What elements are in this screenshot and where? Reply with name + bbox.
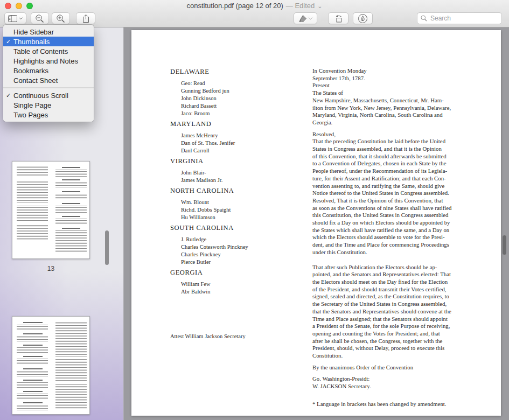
title-chevron-down-icon[interactable]: ⌄ xyxy=(317,3,322,9)
titlebar: constitution.pdf (page 12 of 20) — Edite… xyxy=(0,0,509,11)
zoom-in-icon xyxy=(56,14,66,23)
window-title: constitution.pdf (page 12 of 20) xyxy=(187,2,283,10)
thumbnail-heading xyxy=(23,322,43,323)
menu-item-label: Contact Sheet xyxy=(13,76,58,85)
share-icon xyxy=(82,14,90,23)
rotate-left-icon xyxy=(334,15,343,23)
menu-item-label: Two Pages xyxy=(13,111,48,119)
thumbnail-text-lines xyxy=(17,405,48,410)
signer-names: Wm. Blount Richd. Dobbs Spaight Hu Willi… xyxy=(170,199,305,221)
thumbnail-heading xyxy=(23,368,43,369)
thumbnail-text-lines xyxy=(17,206,48,222)
state-signers-block: VIRGINIA John Blair- James Madison Jr. xyxy=(170,157,305,184)
menu-item-label: Continuous Scroll xyxy=(13,92,68,100)
menu-item[interactable]: ✓ Continuous Scroll xyxy=(3,90,94,100)
menu-item[interactable]: Single Page xyxy=(3,100,94,110)
thumbnail-heading xyxy=(62,179,80,180)
paragraph: * Language in brackets has been changed … xyxy=(312,401,490,408)
menu-item[interactable]: Bookmarks xyxy=(3,66,94,75)
signers-column: DELAWARE Geo: Read Gunning Bedford jun J… xyxy=(170,68,305,298)
thumbnail-text-lines xyxy=(17,382,48,388)
thumbnail-text-lines xyxy=(55,219,87,225)
thumbnail-heading xyxy=(23,380,43,381)
edited-label: — Edited xyxy=(286,2,315,10)
chevron-down-icon xyxy=(309,17,312,20)
state-signers-block: MARYLAND James McHenry Dan of St. Thos. … xyxy=(170,120,305,155)
checkmark-icon: ✓ xyxy=(6,38,13,45)
paragraph: In Convention Monday September 17th, 178… xyxy=(312,67,490,127)
sidebar-view-button[interactable] xyxy=(4,12,26,24)
zoom-out-button[interactable] xyxy=(31,12,49,24)
thumbnail-text-lines xyxy=(55,182,87,188)
page-thumbnail[interactable] xyxy=(12,316,90,415)
signer-names: James McHenry Dan of St. Thos. Jenifer D… xyxy=(170,132,305,155)
share-button[interactable] xyxy=(76,12,95,24)
signer-names: John Blair- James Madison Jr. xyxy=(170,169,305,184)
paragraph: Resolved, That the preceding Constitutio… xyxy=(312,131,490,256)
thumbnail-heading xyxy=(62,228,80,229)
state-signers-block: NORTH CAROLINA Wm. Blount Richd. Dobbs S… xyxy=(170,187,305,221)
signer-names: William Few Abr Baldwin xyxy=(170,281,305,296)
search-input[interactable] xyxy=(417,12,502,24)
zoom-in-button[interactable] xyxy=(52,12,70,24)
menu-item-label: Hide Sidebar xyxy=(13,28,54,36)
thumbnail-text-lines xyxy=(17,371,48,376)
thumbnail-text-lines xyxy=(55,359,87,382)
attest-line: Attest William Jackson Secretary xyxy=(170,333,305,339)
thumbnail-heading xyxy=(62,167,80,168)
zoom-out-icon xyxy=(35,14,45,23)
thumbnail-text-lines xyxy=(55,322,87,356)
signer-names: J. Rutledge Charles Cotesworth Pinckney … xyxy=(170,236,305,266)
search-icon xyxy=(421,15,427,22)
thumbnail-heading xyxy=(23,391,43,392)
thumbnail-text-lines xyxy=(17,394,48,399)
preview-window: constitution.pdf (page 12 of 20) — Edite… xyxy=(0,0,509,420)
state-heading: NORTH CAROLINA xyxy=(170,187,305,195)
state-signers-block: GEORGIA William Few Abr Baldwin xyxy=(170,269,305,296)
state-signers-block: DELAWARE Geo: Read Gunning Bedford jun J… xyxy=(170,68,305,117)
content-scrollbar[interactable] xyxy=(503,235,506,255)
thumbnail-text-lines xyxy=(17,166,48,177)
menu-item-label: Highlights and Notes xyxy=(13,57,78,65)
menu-item[interactable]: Contact Sheet xyxy=(3,75,94,85)
checkmark-icon: ✓ xyxy=(6,92,13,99)
thumbnail-heading xyxy=(23,356,43,357)
attest-line-wrap: Attest William Jackson Secretary xyxy=(170,333,305,339)
menu-item[interactable]: ✓ Thumbnails xyxy=(3,37,94,46)
highlight-button[interactable] xyxy=(294,12,317,24)
menu-item-label: Thumbnails xyxy=(13,38,50,46)
state-heading: SOUTH CAROLINA xyxy=(170,224,305,232)
thumbnail-text-lines xyxy=(17,359,48,365)
markup-toolbar-button[interactable] xyxy=(353,12,373,24)
sidebar-scrollbar[interactable] xyxy=(105,230,109,265)
menu-separator xyxy=(3,87,94,88)
menu-item[interactable]: Highlights and Notes xyxy=(3,56,94,66)
thumbnail-text-lines xyxy=(17,181,48,202)
menu-item[interactable]: Hide Sidebar xyxy=(3,27,94,37)
menu-item-label: Bookmarks xyxy=(13,67,48,75)
menu-item[interactable]: Two Pages xyxy=(3,110,94,120)
paragraph: Go. Washington-Presidt: W. JACKSON Secre… xyxy=(312,375,490,390)
state-heading: DELAWARE xyxy=(170,68,305,76)
thumbnail-text-lines xyxy=(17,225,48,240)
search-field xyxy=(417,12,502,24)
paragraph: That after such Publication the Electors… xyxy=(312,264,490,360)
thumbnail-text-lines xyxy=(55,384,87,410)
thumbnail-heading xyxy=(62,203,80,204)
page-thumbnail[interactable] xyxy=(12,161,90,259)
thumbnail-heading xyxy=(23,402,43,403)
thumbnail-page-number: 13 xyxy=(12,265,90,272)
sidebar-icon xyxy=(8,15,17,22)
signer-names: Geo: Read Gunning Bedford jun John Dicki… xyxy=(170,80,305,117)
rotate-left-button[interactable] xyxy=(328,12,348,24)
thumbnail-text-lines xyxy=(55,170,87,177)
content-area: DELAWARE Geo: Read Gunning Bedford jun J… xyxy=(124,27,509,420)
markup-pen-icon xyxy=(358,13,368,24)
window-header: constitution.pdf (page 12 of 20) — Edite… xyxy=(0,0,509,27)
pdf-page: DELAWARE Geo: Read Gunning Bedford jun J… xyxy=(131,30,501,416)
thumbnail-text-lines xyxy=(55,206,87,213)
view-options-menu: Hide Sidebar ✓ Thumbnails Table of Conte… xyxy=(3,25,94,122)
thumbnail-text-lines xyxy=(17,347,48,353)
menu-item[interactable]: Table of Contents xyxy=(3,46,94,56)
thumbnail-heading xyxy=(23,333,43,334)
